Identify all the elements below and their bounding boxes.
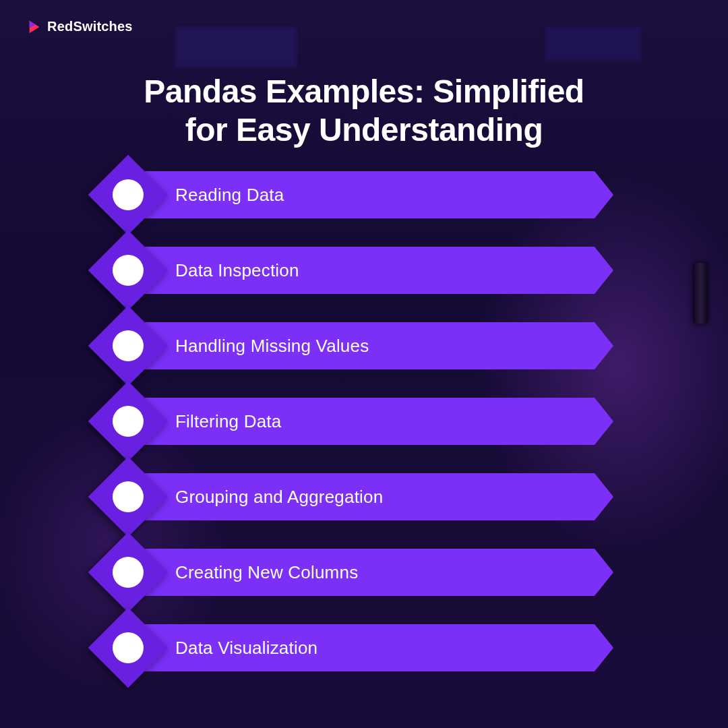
- list-item: Creating New Columns: [115, 549, 613, 596]
- item-label: Reading Data: [175, 185, 284, 206]
- list-item: Handling Missing Values: [115, 322, 613, 369]
- list-item: Reading Data: [115, 171, 613, 218]
- background-edge-detail: [693, 263, 708, 324]
- title-line-1: Pandas Examples: Simplified: [0, 73, 728, 111]
- bullet-circle-icon: [113, 406, 144, 437]
- play-icon: [27, 20, 42, 34]
- item-label: Grouping and Aggregation: [175, 487, 383, 508]
- item-label: Data Inspection: [175, 260, 299, 281]
- item-label: Data Visualization: [175, 638, 317, 659]
- page-title: Pandas Examples: Simplified for Easy Und…: [0, 73, 728, 149]
- bullet-circle-icon: [113, 481, 144, 512]
- item-label: Filtering Data: [175, 411, 281, 432]
- brand-name: RedSwitches: [47, 19, 133, 34]
- bullet-circle-icon: [113, 557, 144, 588]
- list-item: Grouping and Aggregation: [115, 473, 613, 520]
- item-label: Creating New Columns: [175, 562, 358, 583]
- list-item: Filtering Data: [115, 398, 613, 445]
- list-item: Data Visualization: [115, 624, 613, 671]
- title-line-2: for Easy Understanding: [0, 111, 728, 150]
- bullet-circle-icon: [113, 255, 144, 286]
- brand-logo: RedSwitches: [27, 19, 133, 34]
- bullet-circle-icon: [113, 632, 144, 663]
- bullet-circle-icon: [113, 179, 144, 210]
- item-label: Handling Missing Values: [175, 336, 369, 357]
- bullet-circle-icon: [113, 330, 144, 361]
- items-list: Reading Data Data Inspection Handling Mi…: [115, 171, 613, 671]
- list-item: Data Inspection: [115, 247, 613, 294]
